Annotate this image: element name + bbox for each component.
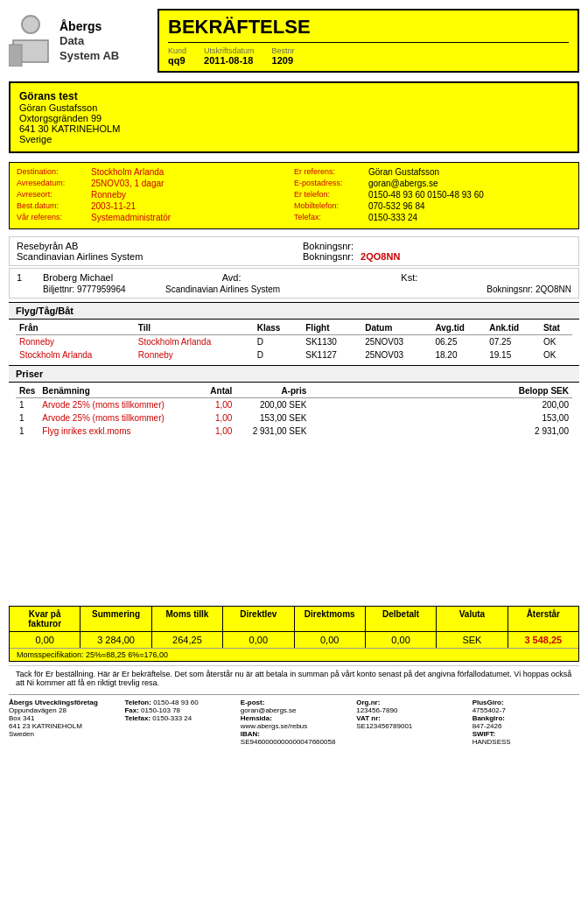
utskrift-label: Utskriftsdatum — [204, 46, 255, 55]
flight-class-1: D — [254, 348, 303, 362]
price-res-0: 1 — [16, 398, 38, 412]
cf-plusgiro: 4755402-7 — [472, 706, 579, 714]
footer-col-3: Direktlev — [223, 607, 294, 631]
th-empty — [310, 384, 502, 398]
travel-info-right: Er referens: Göran Gustafsson E-postadre… — [294, 167, 571, 224]
footer-summary: Kvar på fakturor Summering Moms tillk Di… — [9, 606, 579, 662]
cf-bankgiro: 847-2426 — [472, 722, 579, 730]
booking-label1: Bokningsnr: — [303, 241, 354, 251]
booking-row1: Bokningsnr: — [303, 241, 571, 251]
cf-web-label: Hemsida: — [241, 714, 347, 722]
ticket-row: Biljettnr: 9777959964 Scandinavian Airli… — [17, 284, 571, 294]
flight-dep-1: 18.20 — [431, 348, 486, 362]
flight-arr-1: 19.15 — [486, 348, 540, 362]
thankyou-text: Tack för Er beställning. Här är Er bekrä… — [9, 665, 579, 691]
flight-class-0: D — [254, 335, 303, 349]
cf-tel2: 0150-333 24 — [152, 714, 192, 722]
passenger-section: 1 Broberg Michael Avd: Kst: Biljettnr: 9… — [9, 268, 579, 298]
price-res-1: 1 — [16, 411, 38, 425]
cf-iban-label: IBAN: — [241, 730, 347, 738]
footer-val-7: 3 548,25 — [508, 632, 578, 648]
fax-value: 0150-333 24 — [368, 213, 417, 222]
cf-fax-label: Fax: 0150-103 78 — [124, 706, 231, 714]
cf-fax: 0150-103 78 — [141, 706, 180, 714]
th-res: Res — [16, 384, 38, 398]
er-referens-value: Göran Gustafsson — [368, 167, 439, 177]
info-avresedatum: Avresedatum: 25NOV03, 1 dagar — [17, 179, 294, 188]
avreseort-value: Ronneby — [91, 190, 126, 200]
bestdatum-label: Best.datum: — [17, 201, 91, 211]
footer-val-1: 3 284,00 — [80, 632, 151, 648]
avd-label: Avd: — [222, 272, 242, 283]
customer-country: Sverige — [19, 134, 569, 144]
info-avreseort: Avreseort: Ronneby — [17, 190, 294, 200]
footer-val-2: 264,25 — [152, 632, 223, 648]
booking-col: Bokningsnr: Bokningsnr: 2QO8NN — [303, 241, 571, 262]
svg-marker-1 — [9, 45, 22, 67]
cf-tel2-label: Telefax: 0150-333 24 — [124, 714, 231, 722]
cf-col5: PlusGiro: 4755402-7 Bankgiro: 847-2426 S… — [472, 699, 579, 746]
flight-stat-1: OK — [540, 348, 572, 362]
cf-org-label: Org.nr: — [356, 699, 463, 706]
bestnr-item: Bestnr 1209 — [272, 46, 295, 66]
logo-company-data: Data — [60, 34, 119, 49]
biljettnr-value: 9777959964 — [77, 284, 126, 294]
th-antal: Antal — [187, 384, 235, 398]
cf-email-row: E-post: — [241, 699, 347, 706]
th-from: Från — [16, 321, 135, 335]
flight-to-0: Stockholm Arlanda — [135, 335, 254, 349]
price-antal-2: 1,00 — [187, 425, 235, 438]
flight-row-1: Stockholm Arlanda Ronneby D SK1127 25NOV… — [16, 348, 572, 362]
title-box: BEKRÄFTELSE Kund qq9 Utskriftsdatum 2011… — [158, 9, 579, 73]
price-belopp-1: 153,00 — [502, 411, 572, 425]
cf-addr2: Box 341 — [9, 714, 116, 722]
email-value: goran@abergs.se — [368, 179, 438, 188]
telefon-label: Er telefon: — [294, 190, 368, 200]
logo-text: Åbergs Data System AB — [60, 18, 119, 64]
booking-row2: Bokningsnr: 2QO8NN — [303, 251, 571, 262]
er-referens-label: Er referens: — [294, 167, 368, 177]
page-title: BEKRÄFTELSE — [168, 16, 569, 43]
flights-table-wrapper: Från Till Klass Flight Datum Avg.tid Ank… — [9, 321, 579, 362]
flight-arr-0: 07.25 — [486, 335, 540, 349]
utskrift-value: 2011-08-18 — [204, 55, 253, 66]
agency-airline: Scandinavian Airlines System — [17, 251, 285, 262]
flight-row-0: Ronneby Stockholm Arlanda D SK1130 25NOV… — [16, 335, 572, 349]
footer-val-0: 0,00 — [10, 632, 80, 648]
cf-country: Sweden — [9, 730, 116, 738]
avreseort-label: Avreseort: — [17, 190, 91, 200]
customer-company: Görans test — [19, 90, 569, 102]
price-antal-0: 1,00 — [187, 398, 235, 412]
mobil-value: 070-532 96 84 — [368, 201, 425, 211]
agency-name: Resebyrån AB — [17, 241, 285, 251]
price-row-1: 1 Arvode 25% (moms tillkommer) 1,00 153,… — [16, 411, 572, 425]
cf-col1: Åbergs Utvecklingsföretag Oppundavägen 2… — [9, 699, 116, 746]
info-telefon: Er telefon: 0150-48 93 60 0150-48 93 60 — [294, 190, 571, 200]
cf-col2: Telefon: 0150-48 93 60 Fax: 0150-103 78 … — [124, 699, 231, 746]
price-belopp-2: 2 931,00 — [502, 425, 572, 438]
flight-num-1: SK1127 — [302, 348, 361, 362]
bestnr-value: 1209 — [272, 55, 293, 66]
booking-label2: Bokningsnr: — [303, 251, 354, 262]
price-apris-2: 2 931,00 SEK — [235, 425, 310, 438]
logo-icon — [9, 15, 52, 67]
travel-info-left: Destination: Stockholm Arlanda Avresedat… — [17, 167, 294, 224]
flights-title: Flyg/Tåg/Båt — [16, 306, 74, 316]
price-apris-1: 153,00 SEK — [235, 411, 310, 425]
th-flight: Flight — [302, 321, 361, 335]
flight-from-1: Stockholm Arlanda — [16, 348, 135, 362]
prices-table-wrapper: Res Benämning Antal A-pris Belopp SEK 1 … — [9, 384, 579, 438]
utskrift-item: Utskriftsdatum 2011-08-18 — [204, 46, 255, 66]
price-ben-0: Arvode 25% (moms tillkommer) — [38, 398, 187, 412]
cf-vat: SE123456789001 — [356, 722, 463, 730]
flight-date-1: 25NOV03 — [361, 348, 431, 362]
agency-section: Resebyrån AB Scandinavian Airlines Syste… — [9, 236, 579, 266]
flight-num-0: SK1130 — [302, 335, 361, 349]
footer-col-6: Valuta — [437, 607, 508, 631]
customer-address1: Oxtorgsgränden 99 — [19, 113, 569, 123]
prices-table: Res Benämning Antal A-pris Belopp SEK 1 … — [16, 384, 572, 438]
cf-org: 123456-7890 — [356, 706, 463, 714]
destination-label: Destination: — [17, 167, 91, 177]
flights-section-header: Flyg/Tåg/Båt — [9, 302, 579, 320]
cf-vat-label: VAT nr: — [356, 714, 463, 722]
